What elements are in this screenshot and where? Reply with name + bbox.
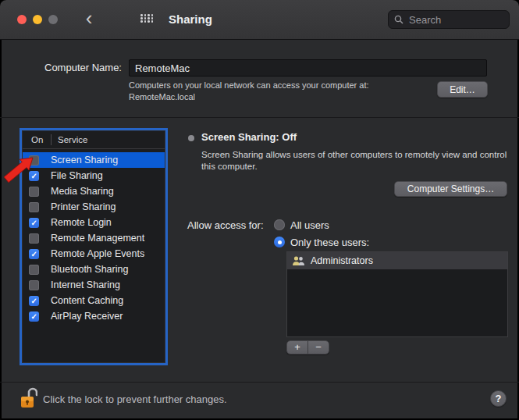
- page-title: Sharing: [169, 12, 212, 26]
- titlebar: ‹ Sharing: [0, 0, 519, 40]
- service-label: Remote Apple Events: [51, 248, 144, 259]
- checkbox-content-caching[interactable]: [29, 296, 39, 306]
- zoom-window-button-disabled: [48, 15, 58, 24]
- service-label: Content Caching: [51, 295, 123, 306]
- service-row-bluetooth-sharing[interactable]: Bluetooth Sharing: [23, 262, 165, 277]
- service-label: Bluetooth Sharing: [51, 264, 128, 275]
- group-users-icon: [292, 255, 305, 266]
- sharing-preferences-window: ‹ Sharing Computer Name: Computers on yo…: [0, 0, 519, 420]
- services-rows: Screen Sharing File Sharing Media Sharin…: [23, 149, 165, 324]
- unlocked-padlock-icon[interactable]: [20, 386, 37, 410]
- service-row-internet-sharing[interactable]: Internet Sharing: [23, 277, 165, 293]
- computer-hostname: RemoteMac.local: [129, 92, 195, 101]
- service-row-printer-sharing[interactable]: Printer Sharing: [23, 199, 165, 215]
- lock-message: Click the lock to prevent further change…: [43, 393, 227, 405]
- service-row-file-sharing[interactable]: File Sharing: [23, 168, 165, 183]
- service-row-media-sharing[interactable]: Media Sharing: [23, 183, 165, 199]
- service-label: File Sharing: [51, 170, 103, 181]
- service-label: Media Sharing: [51, 186, 114, 197]
- allow-access-label: Allow access for:: [187, 219, 264, 231]
- search-input[interactable]: [407, 13, 503, 27]
- user-row-administrators[interactable]: Administrators: [287, 252, 507, 269]
- help-button[interactable]: ?: [490, 390, 507, 407]
- add-remove-user-controls: + −: [286, 340, 329, 354]
- checkbox-remote-login[interactable]: [29, 218, 39, 228]
- radio-only-these-users-label: Only these users:: [290, 237, 369, 248]
- service-label: Remote Management: [51, 233, 144, 244]
- screen-sharing-description: Screen Sharing allows users of other com…: [201, 149, 512, 173]
- radio-all-users[interactable]: [274, 219, 285, 230]
- service-row-remote-apple-events[interactable]: Remote Apple Events: [23, 246, 165, 262]
- service-row-remote-login[interactable]: Remote Login: [23, 215, 165, 230]
- search-field[interactable]: [388, 10, 510, 29]
- user-name: Administrators: [311, 255, 373, 266]
- remove-user-button[interactable]: −: [307, 341, 329, 354]
- checkbox-bluetooth-sharing[interactable]: [29, 265, 39, 275]
- back-chevron-icon[interactable]: ‹: [80, 6, 98, 31]
- checkbox-internet-sharing[interactable]: [29, 280, 39, 290]
- checkbox-remote-management[interactable]: [29, 233, 39, 244]
- computer-name-field[interactable]: [129, 59, 487, 77]
- checkbox-remote-apple-events[interactable]: [29, 249, 39, 259]
- service-row-content-caching[interactable]: Content Caching: [23, 293, 165, 308]
- allowed-users-list: Administrators: [286, 251, 508, 337]
- service-label: Printer Sharing: [51, 201, 116, 212]
- service-label: Internet Sharing: [51, 279, 120, 290]
- radio-all-users-label: All users: [290, 219, 329, 231]
- checkbox-airplay-receiver[interactable]: [29, 311, 39, 322]
- radio-only-these-users[interactable]: [274, 237, 285, 247]
- add-user-button[interactable]: +: [287, 341, 307, 354]
- close-window-button[interactable]: [17, 15, 27, 24]
- service-label: AirPlay Receiver: [51, 311, 123, 322]
- status-title: Screen Sharing: Off: [201, 131, 297, 143]
- status-indicator-dot: [188, 135, 194, 141]
- minimize-window-button[interactable]: [33, 15, 42, 24]
- service-row-airplay-receiver[interactable]: AirPlay Receiver: [23, 308, 165, 324]
- service-row-remote-management[interactable]: Remote Management: [23, 230, 165, 246]
- annotation-arrow-icon: [0, 151, 36, 192]
- show-all-grid-icon[interactable]: [140, 14, 154, 23]
- services-table-header: On Service: [23, 131, 165, 149]
- section-divider: [0, 117, 519, 118]
- service-label: Remote Login: [51, 217, 112, 228]
- column-header-on: On: [31, 135, 43, 144]
- edit-button[interactable]: Edit…: [437, 81, 488, 98]
- services-table: On Service Screen Sharing File Sharing M…: [22, 130, 165, 363]
- checkbox-printer-sharing[interactable]: [29, 202, 39, 212]
- service-label: Screen Sharing: [51, 155, 118, 166]
- computer-settings-button[interactable]: Computer Settings…: [394, 181, 507, 197]
- column-divider: [51, 134, 52, 145]
- service-row-screen-sharing[interactable]: Screen Sharing: [23, 152, 165, 168]
- footer-divider: [0, 382, 519, 383]
- computer-name-label: Computer Name:: [44, 62, 122, 73]
- column-header-service: Service: [58, 135, 87, 144]
- search-icon: [394, 15, 403, 24]
- computer-name-description: Computers on your local network can acce…: [129, 80, 369, 90]
